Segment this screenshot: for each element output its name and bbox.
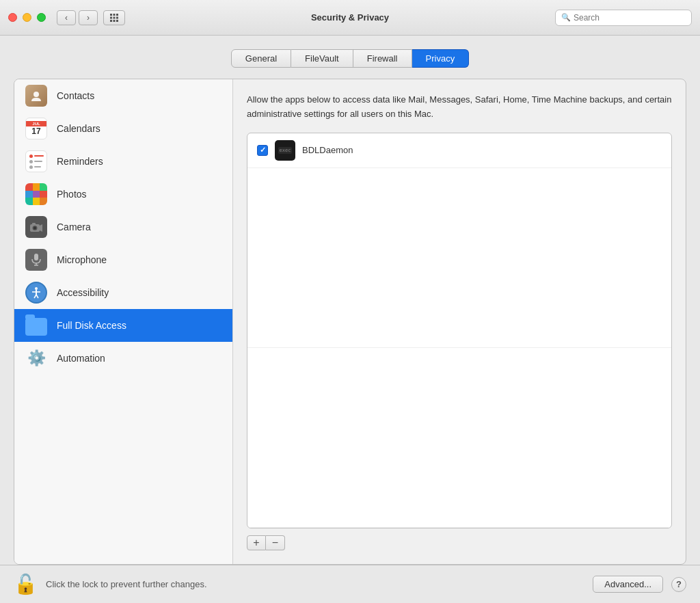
back-button[interactable]: ‹ bbox=[57, 10, 76, 25]
reminders-icon bbox=[25, 150, 47, 172]
tab-firewall[interactable]: Firewall bbox=[353, 49, 412, 68]
sidebar-item-calendars[interactable]: JUL 17 Calendars bbox=[14, 112, 232, 145]
main-content: General FileVault Firewall Privacy Conta… bbox=[0, 36, 700, 565]
remove-app-button[interactable]: − bbox=[266, 535, 285, 550]
svg-point-18 bbox=[35, 287, 38, 290]
svg-rect-5 bbox=[116, 16, 118, 18]
grid-button[interactable] bbox=[103, 10, 125, 25]
lock-icon[interactable]: 🔓 bbox=[14, 573, 38, 595]
bdldaemon-name: BDLDaemon bbox=[302, 145, 353, 155]
sidebar-item-label-accessibility: Accessibility bbox=[57, 287, 109, 298]
description-text: Allow the apps below to access data like… bbox=[247, 93, 672, 122]
bdldaemon-icon: exec bbox=[275, 140, 295, 161]
sidebar-item-label-camera: Camera bbox=[57, 222, 91, 232]
photos-icon bbox=[25, 183, 47, 205]
close-button[interactable] bbox=[8, 13, 17, 22]
svg-point-12 bbox=[33, 227, 36, 230]
sidebar-item-label-full-disk-access: Full Disk Access bbox=[57, 320, 126, 331]
right-panel: Allow the apps below to access data like… bbox=[233, 79, 686, 564]
svg-rect-7 bbox=[113, 20, 116, 22]
help-button[interactable]: ? bbox=[671, 577, 686, 592]
sidebar-item-label-contacts: Contacts bbox=[57, 90, 94, 101]
tab-filevault[interactable]: FileVault bbox=[291, 49, 353, 68]
window-title: Security & Privacy bbox=[311, 12, 389, 23]
svg-point-9 bbox=[33, 92, 39, 97]
advanced-button[interactable]: Advanced... bbox=[593, 576, 663, 593]
titlebar: ‹ › Security & Privacy 🔍 bbox=[0, 0, 700, 36]
sidebar-item-automation[interactable]: ⚙️ Automation bbox=[14, 342, 232, 375]
search-box[interactable]: 🔍 bbox=[555, 10, 692, 26]
empty-row-1 bbox=[247, 168, 671, 348]
bottom-bar: 🔓 Click the lock to prevent further chan… bbox=[0, 565, 700, 603]
sidebar-item-label-automation: Automation bbox=[57, 353, 105, 364]
sidebar-item-accessibility[interactable]: Accessibility bbox=[14, 276, 232, 309]
svg-line-21 bbox=[34, 295, 36, 298]
sidebar-item-microphone[interactable]: Microphone bbox=[14, 243, 232, 276]
automation-icon: ⚙️ bbox=[25, 347, 47, 369]
microphone-icon bbox=[25, 249, 47, 271]
tab-privacy[interactable]: Privacy bbox=[412, 49, 470, 68]
camera-icon bbox=[25, 216, 47, 238]
sidebar-item-contacts[interactable]: Contacts bbox=[14, 79, 232, 112]
svg-rect-14 bbox=[32, 223, 36, 225]
add-app-button[interactable]: + bbox=[247, 535, 266, 550]
action-buttons: + − bbox=[247, 535, 672, 550]
full-disk-access-icon bbox=[25, 314, 47, 336]
app-row-bdldaemon[interactable]: exec BDLDaemon bbox=[247, 133, 671, 168]
calendars-icon: JUL 17 bbox=[25, 118, 47, 139]
search-icon: 🔍 bbox=[561, 13, 571, 22]
svg-rect-6 bbox=[110, 20, 112, 22]
svg-rect-8 bbox=[116, 20, 118, 22]
content-area: Contacts JUL 17 Calendars bbox=[14, 79, 686, 565]
forward-button[interactable]: › bbox=[79, 10, 98, 25]
svg-rect-0 bbox=[110, 14, 112, 16]
tab-general[interactable]: General bbox=[231, 49, 291, 68]
sidebar-item-label-photos: Photos bbox=[57, 189, 87, 200]
sidebar-item-photos[interactable]: Photos bbox=[14, 178, 232, 211]
bdldaemon-checkbox[interactable] bbox=[257, 145, 268, 156]
svg-rect-4 bbox=[113, 16, 116, 18]
sidebar-item-full-disk-access[interactable]: Full Disk Access bbox=[14, 309, 232, 342]
sidebar-item-label-reminders: Reminders bbox=[57, 156, 103, 167]
svg-line-22 bbox=[36, 295, 38, 298]
svg-rect-15 bbox=[34, 254, 38, 260]
contacts-icon bbox=[25, 85, 47, 107]
minimize-button[interactable] bbox=[23, 13, 31, 22]
apps-list: exec BDLDaemon bbox=[247, 133, 672, 528]
traffic-lights bbox=[8, 13, 46, 22]
svg-rect-1 bbox=[113, 14, 116, 16]
empty-row-2 bbox=[247, 348, 671, 528]
tab-bar: General FileVault Firewall Privacy bbox=[14, 49, 686, 68]
svg-rect-3 bbox=[110, 16, 112, 18]
sidebar-item-label-microphone: Microphone bbox=[57, 254, 107, 265]
search-input[interactable] bbox=[574, 13, 686, 23]
sidebar: Contacts JUL 17 Calendars bbox=[14, 79, 233, 564]
nav-buttons: ‹ › bbox=[57, 10, 98, 25]
svg-rect-2 bbox=[116, 14, 118, 16]
sidebar-item-label-calendars: Calendars bbox=[57, 123, 100, 134]
lock-text: Click the lock to prevent further change… bbox=[46, 579, 584, 589]
sidebar-item-camera[interactable]: Camera bbox=[14, 211, 232, 243]
accessibility-icon bbox=[25, 282, 47, 304]
zoom-button[interactable] bbox=[37, 13, 46, 22]
svg-marker-13 bbox=[40, 224, 42, 232]
sidebar-item-reminders[interactable]: Reminders bbox=[14, 145, 232, 178]
